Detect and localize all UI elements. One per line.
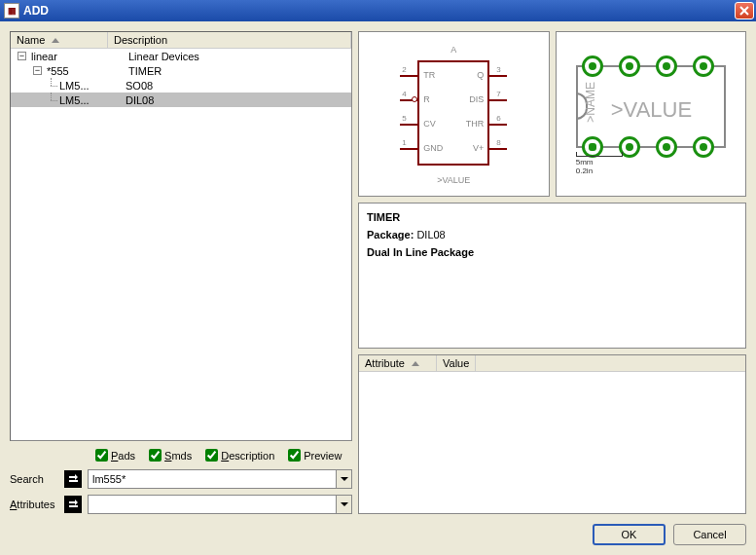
tree-item-desc: Linear Devices — [123, 51, 351, 62]
tree-expander[interactable]: − — [18, 52, 26, 60]
tree-row[interactable]: −linearLinear Devices — [11, 49, 351, 63]
package-value-label: >VALUE — [611, 97, 692, 123]
smds-checkbox[interactable] — [149, 449, 162, 462]
column-name[interactable]: Name — [11, 32, 108, 48]
filter-checkboxes: Pads Smds Description Preview — [10, 447, 352, 463]
search-label: Search — [10, 473, 58, 485]
desc-package-label: Package: — [367, 229, 414, 240]
tree-row[interactable]: LM5...DIL08 — [11, 92, 351, 107]
desc-package-value: DIL08 — [416, 229, 445, 240]
pads-checkbox[interactable] — [95, 449, 108, 462]
tree-item-desc: DIL08 — [120, 94, 351, 106]
desc-note: Dual In Line Package — [367, 246, 474, 258]
scale-in: 0.2in — [576, 166, 623, 175]
library-tree[interactable]: Name Description −linearLinear Devices−*… — [10, 31, 352, 441]
tree-item-name: LM5... — [57, 80, 120, 92]
package-name-label: >NAME — [584, 82, 597, 123]
package-preview: >NAME >VALUE 5mm 0.2in — [556, 31, 747, 197]
symbol-top-label: A — [380, 45, 526, 55]
tree-row[interactable]: LM5...SO08 — [11, 78, 351, 92]
symbol-bottom-label: >VALUE — [380, 175, 526, 185]
tree-item-name: LM5... — [57, 94, 120, 106]
arrow-right-icon — [67, 473, 79, 485]
cancel-button[interactable]: Cancel — [673, 524, 746, 545]
app-icon: ▦ — [4, 3, 19, 18]
description-panel: TIMER Package: DIL08 Dual In Line Packag… — [358, 203, 746, 349]
close-icon — [739, 6, 749, 16]
scale-indicator: 5mm 0.2in — [576, 152, 623, 175]
window-title: ADD — [23, 4, 735, 18]
scale-mm: 5mm — [576, 158, 623, 166]
column-description[interactable]: Description — [108, 32, 351, 48]
tree-header: Name Description — [11, 32, 351, 49]
tree-item-name: *555 — [45, 65, 123, 77]
column-attribute-label: Attribute — [365, 357, 405, 369]
desc-title: TIMER — [367, 211, 400, 223]
attribute-table: Attribute Value — [358, 354, 746, 514]
close-button[interactable] — [735, 2, 754, 19]
attributes-label: Attributes — [10, 499, 58, 510]
arrow-right-icon — [67, 499, 79, 510]
symbol-preview: A 2TR4R5CV1GND3Q7DIS6THR8V+ >VALUE — [358, 31, 550, 197]
column-description-label: Description — [114, 34, 167, 46]
column-attribute[interactable]: Attribute — [359, 355, 437, 371]
column-name-label: Name — [17, 34, 45, 46]
smds-label: Smds — [164, 450, 192, 462]
ok-button[interactable]: OK — [593, 524, 666, 545]
preview-label: Preview — [304, 450, 342, 462]
column-value-label: Value — [443, 357, 469, 369]
titlebar: ▦ ADD — [0, 0, 756, 21]
tree-row[interactable]: −*555TIMER — [11, 63, 351, 78]
search-dropdown-button[interactable] — [336, 470, 351, 488]
search-go-button[interactable] — [64, 470, 82, 488]
preview-checkbox[interactable] — [288, 449, 301, 462]
attributes-input[interactable] — [89, 496, 336, 513]
search-input[interactable] — [89, 470, 336, 488]
tree-item-name: linear — [29, 51, 123, 62]
column-value[interactable]: Value — [437, 355, 476, 371]
description-checkbox[interactable] — [205, 449, 218, 462]
tree-expander[interactable]: − — [33, 66, 42, 75]
attributes-dropdown-button[interactable] — [336, 496, 351, 513]
tree-item-desc: SO08 — [120, 80, 351, 92]
description-label: Description — [221, 450, 274, 462]
sort-ascending-icon — [52, 38, 59, 43]
sort-ascending-icon — [412, 361, 419, 366]
pads-label: Pads — [111, 450, 135, 462]
attributes-go-button[interactable] — [64, 496, 82, 513]
tree-item-desc: TIMER — [123, 65, 351, 77]
